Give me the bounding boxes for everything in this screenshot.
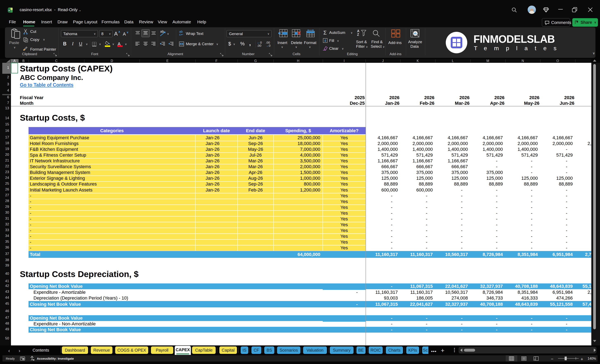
svg-text:x: x bbox=[8, 9, 10, 12]
